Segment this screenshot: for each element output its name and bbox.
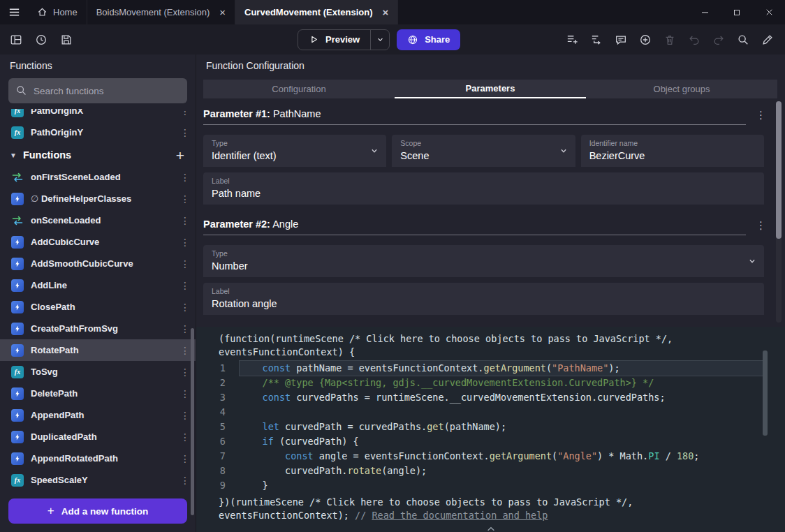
function-item-pathoriginx[interactable]: fxPathOriginX⋮ xyxy=(0,109,196,121)
identifier-name-field[interactable]: Identifier nameBezierCurve xyxy=(581,135,764,167)
function-item-createpathfromsvg[interactable]: CreatePathFromSvg⋮ xyxy=(0,318,196,339)
code-token: ) * Math. xyxy=(597,450,648,461)
tab-parameters[interactable]: Parameters xyxy=(395,80,586,98)
comment-icon[interactable] xyxy=(612,31,630,49)
function-item-deletepath[interactable]: DeletePath⋮ xyxy=(0,383,196,404)
function-item-onsceneloaded[interactable]: onSceneLoaded⋮ xyxy=(0,209,196,231)
function-item-closepath[interactable]: ClosePath⋮ xyxy=(0,296,196,318)
item-menu-icon[interactable]: ⋮ xyxy=(180,453,189,464)
function-name: ToSvg xyxy=(31,367,173,377)
home-icon xyxy=(37,7,47,17)
search-icon[interactable] xyxy=(734,31,752,49)
add-subevent-icon[interactable] xyxy=(587,31,606,49)
code-text: /** @type {Map<string, gdjs.__curvedMove… xyxy=(240,376,765,390)
code-footer: })(runtimeScene /* Click here to choose … xyxy=(196,496,785,522)
add-new-function-button[interactable]: + Add a new function xyxy=(8,498,187,524)
item-menu-icon[interactable]: ⋮ xyxy=(180,237,189,248)
item-menu-icon[interactable]: ⋮ xyxy=(180,431,189,443)
parameter-menu-icon[interactable]: ⋮ xyxy=(756,109,764,125)
item-menu-icon[interactable]: ⋮ xyxy=(180,127,189,138)
code-token: PI xyxy=(648,450,659,461)
save-icon[interactable] xyxy=(57,31,75,49)
label-field[interactable]: LabelRotation angle xyxy=(203,283,764,315)
function-item-addcubiccurve[interactable]: AddCubicCurve⋮ xyxy=(0,231,196,253)
code-editor-scrollbar[interactable] xyxy=(763,350,768,436)
code-line-5[interactable]: 5 let curvedPath = curvedPaths.get(pathN… xyxy=(196,420,785,434)
functions-section-header[interactable]: ▼ Functions + xyxy=(0,144,196,166)
close-tab-icon[interactable]: × xyxy=(383,7,389,17)
maximize-icon xyxy=(732,8,742,17)
item-menu-icon[interactable]: ⋮ xyxy=(180,388,189,399)
sidebar-scrollbar[interactable] xyxy=(191,328,194,515)
parameter-name-field[interactable]: Parameter #1: PathName xyxy=(203,108,746,125)
item-menu-icon[interactable]: ⋮ xyxy=(180,215,189,226)
label-field[interactable]: LabelPath name xyxy=(203,172,764,205)
code-line-9[interactable]: 9 } xyxy=(196,478,785,493)
collapse-editor-chevron[interactable] xyxy=(486,526,496,532)
function-item-onfirstsceneloaded[interactable]: onFirstSceneLoaded⋮ xyxy=(0,166,196,188)
function-item-addsmoothcubiccurve[interactable]: AddSmoothCubicCurve⋮ xyxy=(0,253,196,274)
code-line-2[interactable]: 2 /** @type {Map<string, gdjs.__curvedMo… xyxy=(196,376,785,390)
function-item-tosvg[interactable]: fxToSvg⋮ xyxy=(0,361,196,383)
function-item-pathoriginy[interactable]: fxPathOriginY⋮ xyxy=(0,121,196,143)
item-menu-icon[interactable]: ⋮ xyxy=(180,367,189,378)
tab-object-groups[interactable]: Object groups xyxy=(586,80,777,98)
hamburger-menu-button[interactable] xyxy=(0,0,28,24)
redo-icon[interactable] xyxy=(710,31,728,49)
item-menu-icon[interactable]: ⋮ xyxy=(180,280,189,291)
code-token: const xyxy=(263,362,291,374)
preview-button[interactable]: Preview xyxy=(298,30,370,50)
add-function-plus-button[interactable]: + xyxy=(175,148,186,163)
function-item-appendrotatedpath[interactable]: AppendRotatedPath⋮ xyxy=(0,448,196,469)
documentation-link[interactable]: Read the documentation and help xyxy=(372,510,548,521)
parameter-menu-icon[interactable]: ⋮ xyxy=(756,219,764,235)
item-menu-icon[interactable]: ⋮ xyxy=(180,410,189,421)
minimize-button[interactable] xyxy=(689,0,721,24)
code-line-4[interactable]: 4 xyxy=(196,405,785,420)
code-line-6[interactable]: 6 if (curvedPath) { xyxy=(196,434,785,449)
item-menu-icon[interactable]: ⋮ xyxy=(180,172,189,183)
code-line-3[interactable]: 3 const curvedPaths = runtimeScene.__cur… xyxy=(196,390,785,405)
history-icon[interactable] xyxy=(32,31,50,49)
code-line-7[interactable]: 7 const angle = eventsFunctionContext.ge… xyxy=(196,449,785,464)
type-field[interactable]: TypeNumber xyxy=(203,245,764,277)
function-item-definehelperclasses[interactable]: ∅ DefineHelperClasses⋮ xyxy=(0,188,196,209)
function-item-duplicatedpath[interactable]: DuplicatedPath⋮ xyxy=(0,426,196,448)
search-functions-input[interactable] xyxy=(8,78,187,103)
code-line-1[interactable]: 1 const pathName = eventsFunctionContext… xyxy=(196,361,785,376)
tab-configuration[interactable]: Configuration xyxy=(203,80,395,98)
function-item-appendpath[interactable]: AppendPath⋮ xyxy=(0,404,196,426)
panels-icon[interactable] xyxy=(7,31,25,49)
item-menu-icon[interactable]: ⋮ xyxy=(180,193,189,205)
trash-icon[interactable] xyxy=(661,31,679,49)
share-button[interactable]: Share xyxy=(397,29,460,50)
parameters-scrollbar-thumb[interactable] xyxy=(776,101,782,239)
undo-icon[interactable] xyxy=(685,31,703,49)
item-menu-icon[interactable]: ⋮ xyxy=(180,323,189,334)
tab-boidsmovement-extension[interactable]: BoidsMovement (Extension)× xyxy=(87,0,235,24)
functions-list-scrolled: fxPathOriginX⋮fxPathOriginY⋮ xyxy=(0,109,196,144)
item-menu-icon[interactable]: ⋮ xyxy=(180,258,189,269)
add-event-icon[interactable] xyxy=(563,31,581,49)
add-circle-icon[interactable] xyxy=(636,31,654,49)
tab-curvedmovement-extension[interactable]: CurvedMovement (Extension)× xyxy=(235,0,398,24)
close-tab-icon[interactable]: × xyxy=(219,7,226,17)
scope-field[interactable]: ScopeScene xyxy=(392,135,575,167)
function-item-rotatepath[interactable]: RotatePath⋮ xyxy=(0,339,196,361)
maximize-button[interactable] xyxy=(721,0,753,24)
tab-home[interactable]: Home xyxy=(28,0,87,24)
preview-options-button[interactable] xyxy=(370,30,389,50)
close-window-button[interactable] xyxy=(753,0,785,24)
item-menu-icon[interactable]: ⋮ xyxy=(180,109,189,117)
code-header-line: eventsFunctionContext) { xyxy=(196,346,785,359)
item-menu-icon[interactable]: ⋮ xyxy=(180,475,189,486)
brush-icon[interactable] xyxy=(758,31,777,49)
type-field[interactable]: TypeIdentifier (text) xyxy=(203,135,386,167)
function-item-speedscaley[interactable]: fxSpeedScaleY⋮ xyxy=(0,469,196,491)
function-item-addline[interactable]: AddLine⋮ xyxy=(0,274,196,296)
code-line-8[interactable]: 8 curvedPath.rotate(angle); xyxy=(196,464,785,478)
globe-icon xyxy=(407,34,418,45)
item-menu-icon[interactable]: ⋮ xyxy=(180,302,189,313)
item-menu-icon[interactable]: ⋮ xyxy=(180,345,189,356)
parameter-name-field[interactable]: Parameter #2: Angle xyxy=(203,219,746,235)
